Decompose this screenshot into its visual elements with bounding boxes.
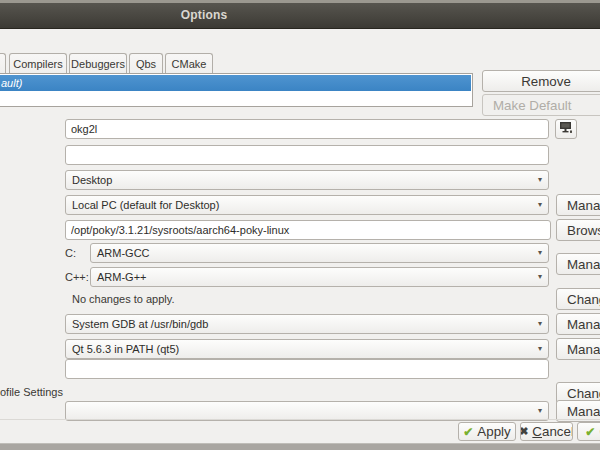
tab-qbs[interactable]: Qbs (129, 53, 163, 74)
qbs-profile-settings-label: ofile Settings (0, 386, 63, 398)
manage-debuggers-button[interactable]: Manage... (556, 313, 600, 335)
tab-cmake[interactable]: CMake (165, 53, 213, 74)
cancel-button-label: Cancel (532, 424, 573, 439)
check-icon: ✔ (585, 425, 595, 439)
bottom-panel-strip (0, 443, 600, 450)
debugger-combo[interactable]: System GDB at /usr/bin/gdb ▾ (65, 314, 549, 334)
sysroot-input[interactable] (65, 220, 551, 240)
file-system-name-input[interactable] (65, 145, 549, 165)
dropdown-arrow-icon: ▾ (538, 272, 542, 281)
cpp-compiler-label: C++: (65, 271, 89, 283)
cross-icon: ✖ (520, 425, 528, 438)
footer-separator (0, 419, 600, 420)
qt-version-combo[interactable]: Qt 5.6.3 in PATH (qt5) ▾ (65, 339, 549, 359)
cpp-compiler-combo[interactable]: ARM-G++ ▾ (90, 267, 549, 287)
kit-list[interactable]: ault) (0, 73, 473, 107)
dropdown-arrow-icon: ▾ (538, 406, 542, 415)
tab-debuggers[interactable]: Debuggers (69, 53, 127, 74)
window-title: Options (0, 8, 408, 22)
browse-sysroot-button[interactable]: Browse... (556, 219, 600, 241)
insert-variable-button[interactable] (555, 119, 577, 139)
device-value: Local PC (default for Desktop) (72, 199, 219, 211)
manage-device-button[interactable]: Manage... (556, 194, 600, 216)
cmake-tool-combo[interactable]: ▾ (65, 401, 549, 421)
apply-button-label: Apply (477, 424, 510, 439)
dropdown-arrow-icon: ▾ (538, 319, 542, 328)
apply-button[interactable]: ✔Apply (458, 422, 516, 441)
environment-status-text: No changes to apply. (72, 293, 175, 305)
device-combo[interactable]: Local PC (default for Desktop) ▾ (65, 195, 549, 215)
options-dialog: Options Compilers Debuggers Qbs CMake au… (0, 0, 600, 450)
qt-mkspec-input[interactable] (65, 359, 549, 379)
cpp-compiler-value: ARM-G++ (97, 271, 147, 283)
dropdown-arrow-icon: ▾ (538, 344, 542, 353)
dropdown-arrow-icon: ▾ (538, 175, 542, 184)
device-type-value: Desktop (72, 174, 112, 186)
ok-button[interactable]: ✔OK (577, 422, 600, 441)
kit-name-input[interactable] (65, 119, 549, 139)
c-compiler-label: C: (65, 247, 76, 259)
tab-kits-partial[interactable] (0, 53, 6, 74)
dropdown-arrow-icon: ▾ (538, 200, 542, 209)
cancel-button[interactable]: ✖Cancel (520, 422, 573, 441)
manage-qt-versions-button[interactable]: Manage... (556, 338, 600, 360)
manage-compilers-button[interactable]: Manage... (556, 253, 600, 275)
dropdown-arrow-icon: ▾ (538, 248, 542, 257)
change-environment-button[interactable]: Change... (556, 288, 600, 310)
make-default-button[interactable]: Make Default (482, 94, 600, 116)
debugger-value: System GDB at /usr/bin/gdb (72, 318, 208, 330)
device-type-combo[interactable]: Desktop ▾ (65, 170, 549, 190)
c-compiler-combo[interactable]: ARM-GCC ▾ (90, 243, 549, 263)
kit-list-selected-row[interactable]: ault) (0, 75, 471, 91)
remove-button[interactable]: Remove (482, 70, 600, 92)
c-compiler-value: ARM-GCC (97, 247, 150, 259)
qt-version-value: Qt 5.6.3 in PATH (qt5) (72, 343, 179, 355)
check-icon: ✔ (463, 425, 473, 439)
tab-compilers[interactable]: Compilers (9, 53, 67, 74)
monitor-variables-icon (559, 121, 573, 137)
